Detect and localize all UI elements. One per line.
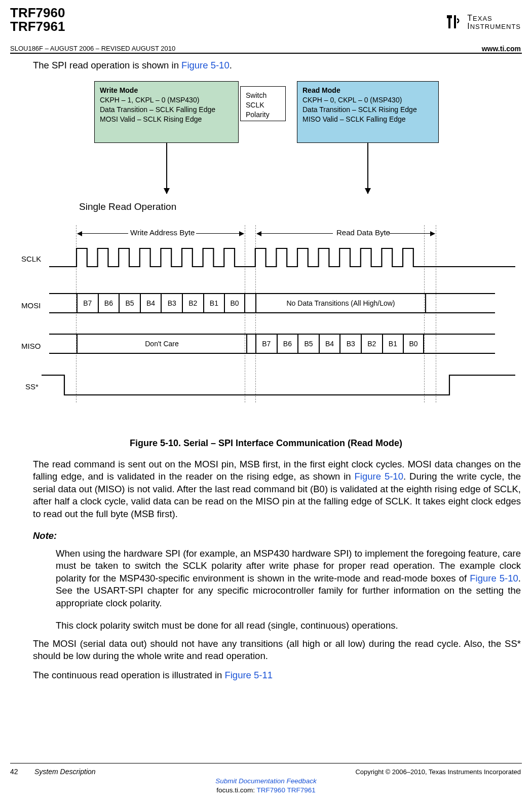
- miso-track: Don't Care B7 B6 B5 B4 B3 B2 B1 B0: [49, 334, 495, 354]
- switch-box: Switch SCLK Polarity: [240, 86, 286, 121]
- intro-para: The SPI read operation is shown in Figur…: [33, 60, 521, 71]
- write-mode-l3: MOSI Valid – SCLK Rising Edge: [100, 115, 233, 124]
- switch-l2: SCLK: [246, 100, 280, 110]
- mosi-b1: B1: [203, 294, 224, 312]
- intro-pre: The SPI read operation is shown in: [33, 60, 181, 70]
- note-title: Note:: [33, 530, 57, 541]
- page: TRF7960 TRF7961 TEXAS INSTRUMENTS SLOU18…: [0, 0, 532, 801]
- mosi-label: MOSI: [21, 301, 41, 310]
- part2: TRF7961: [10, 19, 65, 34]
- part1: TRF7960: [10, 5, 65, 20]
- footer-page: 42: [10, 768, 18, 776]
- header-rule: [10, 53, 522, 54]
- mosi-b2: B2: [182, 294, 203, 312]
- read-mode-l3: MISO Valid – SCLK Falling Edge: [302, 115, 433, 124]
- miso-dont-care: Don't Care: [77, 335, 247, 353]
- footer-rule: [10, 763, 522, 763]
- miso-b2: B2: [361, 335, 382, 353]
- mosi-b7: B7: [77, 294, 98, 312]
- note1a: When using the hardware SPI (for example…: [56, 548, 521, 584]
- para-1: The read command is sent out on the MOSI…: [33, 458, 521, 520]
- p3-a: The continuous read operation is illustr…: [33, 670, 224, 680]
- intro-post: .: [230, 60, 232, 70]
- footer-focus-pre: focus.ti.com:: [216, 786, 256, 794]
- ss-label: SS*: [25, 382, 39, 391]
- write-mode-l2: Data Transition – SCLK Falling Edge: [100, 105, 233, 115]
- miso-b1: B1: [382, 335, 403, 353]
- header-url[interactable]: www.ti.com: [482, 45, 521, 53]
- miso-b5: B5: [297, 335, 319, 353]
- mosi-b3: B3: [161, 294, 182, 312]
- read-mode-box: Read Mode CKPH – 0, CKPL – 0 (MSP430) Da…: [297, 81, 439, 143]
- arrow-read-right: [389, 233, 435, 234]
- write-mode-title: Write Mode: [100, 86, 233, 95]
- sclk-label: SCLK: [21, 254, 41, 263]
- note-body-2: This clock polarity switch must be done …: [56, 620, 521, 632]
- read-mode-l2: Data Transition – SCLK Rising Edge: [302, 105, 433, 115]
- link-figure-5-10-b[interactable]: Figure 5-10: [355, 471, 403, 482]
- link-figure-5-11[interactable]: Figure 5-11: [224, 670, 273, 680]
- para-2: The MOSI (serial data out) should not ha…: [33, 638, 521, 663]
- arrow-read-left: [257, 233, 333, 234]
- write-address-label: Write Address Byte: [130, 228, 195, 237]
- link-submit-feedback[interactable]: Submit Documentation Feedback: [215, 777, 317, 785]
- arrow-down-write: [166, 143, 167, 194]
- footer-copyright: Copyright © 2006–2010, Texas Instruments…: [355, 768, 521, 776]
- switch-l3: Polarity: [246, 110, 280, 120]
- part-numbers: TRF7960 TRF7961: [10, 6, 65, 34]
- ss-waveform: [42, 371, 515, 399]
- mosi-b0: B0: [224, 294, 245, 312]
- single-read-label: Single Read Operation: [79, 201, 176, 212]
- write-mode-l1: CKPH – 1, CKPL – 0 (MSP430): [100, 95, 233, 105]
- footer-section: System Description: [34, 768, 96, 776]
- sclk-waveform: [49, 246, 515, 268]
- arrow-write-right: [196, 233, 244, 234]
- mosi-b5: B5: [119, 294, 140, 312]
- miso-label: MISO: [21, 342, 41, 350]
- ti-logo: TEXAS INSTRUMENTS: [444, 12, 521, 32]
- mosi-b6: B6: [98, 294, 119, 312]
- arrow-down-read: [367, 143, 368, 194]
- write-mode-box: Write Mode CKPH – 1, CKPL – 0 (MSP430) D…: [94, 81, 239, 143]
- miso-b4: B4: [319, 335, 340, 353]
- timing-diagram: Write Address Byte Read Data Byte SCLK M…: [21, 224, 523, 422]
- miso-b6: B6: [277, 335, 298, 353]
- figure-caption: Figure 5-10. Serial – SPI Interface Comm…: [0, 438, 532, 449]
- footer-center: Submit Documentation Feedback focus.ti.c…: [0, 777, 532, 795]
- note-body-1: When using the hardware SPI (for example…: [56, 548, 521, 609]
- switch-l1: Switch: [246, 91, 280, 100]
- mosi-b4: B4: [140, 294, 161, 312]
- miso-b3: B3: [339, 335, 361, 353]
- miso-b0: B0: [403, 335, 424, 353]
- mode-boxes: Write Mode CKPH – 1, CKPL – 0 (MSP430) D…: [94, 81, 510, 150]
- miso-b7: B7: [255, 335, 277, 353]
- read-data-label: Read Data Byte: [336, 228, 390, 237]
- link-figure-5-10[interactable]: Figure 5-10: [181, 60, 230, 70]
- arrow-write-left: [78, 233, 128, 234]
- mosi-track: B7 B6 B5 B4 B3 B2 B1 B0 No Data Transiti…: [49, 293, 495, 313]
- doc-number: SLOU186F – AUGUST 2006 – REVISED AUGUST …: [10, 45, 175, 52]
- para-3: The continuous read operation is illustr…: [33, 669, 521, 681]
- link-focus-product[interactable]: TRF7960 TRF7961: [257, 786, 316, 794]
- mosi-no-data: No Data Transitions (All High/Low): [255, 294, 426, 312]
- read-mode-title: Read Mode: [302, 86, 433, 95]
- read-mode-l1: CKPH – 0, CKPL – 0 (MSP430): [302, 95, 433, 105]
- link-figure-5-10-c[interactable]: Figure 5-10: [470, 573, 518, 584]
